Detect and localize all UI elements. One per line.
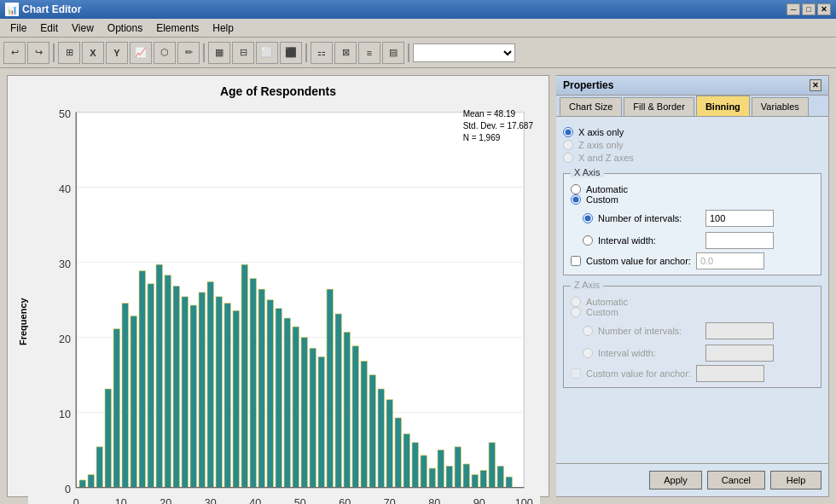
- svg-rect-52: [310, 348, 316, 487]
- svg-rect-59: [369, 375, 376, 488]
- close-button[interactable]: ✕: [817, 3, 831, 15]
- menu-bar: File Edit View Options Elements Help: [0, 19, 836, 38]
- window-controls[interactable]: ─ □ ✕: [787, 3, 831, 15]
- svg-rect-40: [207, 281, 214, 487]
- z-custom-anchor-row: Custom value for anchor:: [571, 365, 814, 382]
- svg-rect-32: [139, 271, 146, 488]
- interval-width-input[interactable]: [705, 232, 774, 249]
- custom-anchor-checkbox[interactable]: [571, 256, 581, 266]
- svg-rect-68: [446, 466, 453, 488]
- x-custom-radio[interactable]: [571, 194, 581, 205]
- list-button[interactable]: ≡: [358, 42, 380, 64]
- z-custom-radio[interactable]: [571, 307, 581, 317]
- properties-close-button[interactable]: ✕: [810, 79, 821, 91]
- minimize-button[interactable]: ─: [787, 3, 800, 15]
- fill-button[interactable]: ⬛: [280, 42, 302, 64]
- select-button[interactable]: ⊞: [58, 42, 80, 64]
- tab-chart-size[interactable]: Chart Size: [560, 97, 622, 116]
- svg-rect-69: [455, 447, 462, 488]
- redo-button[interactable]: ↪: [27, 42, 49, 64]
- y-axis-button[interactable]: Y: [106, 42, 128, 64]
- x-automatic-label: Automatic: [586, 184, 628, 194]
- svg-rect-25: [79, 480, 86, 488]
- svg-rect-37: [182, 297, 189, 488]
- z-num-intervals-input[interactable]: [705, 322, 774, 339]
- z-axis-group-box: Z Axis Automatic Custom Number of interv…: [563, 286, 821, 388]
- svg-rect-30: [122, 303, 129, 487]
- pattern-button[interactable]: ⬡: [154, 42, 176, 64]
- stat-stddev: Std. Dev. = 17.687: [463, 120, 533, 132]
- bar-button[interactable]: ▤: [382, 42, 404, 64]
- svg-text:30: 30: [59, 258, 71, 270]
- num-intervals-row: Number of intervals:: [571, 210, 814, 227]
- menu-file[interactable]: File: [3, 20, 33, 36]
- menu-options[interactable]: Options: [101, 20, 149, 36]
- x-and-z-axes-row: X and Z axes: [563, 153, 821, 163]
- toolbar-dropdown[interactable]: [413, 43, 515, 62]
- help-button[interactable]: Help: [770, 471, 821, 490]
- tab-binning[interactable]: Binning: [696, 96, 750, 116]
- interval-width-label: Interval width:: [598, 235, 700, 246]
- menu-edit[interactable]: Edit: [33, 20, 65, 36]
- z-custom-label: Custom: [586, 307, 618, 317]
- x-axis-button[interactable]: X: [82, 42, 104, 64]
- svg-rect-74: [497, 466, 504, 488]
- z-custom-anchor-input[interactable]: [696, 365, 764, 382]
- edit-button[interactable]: ✏: [177, 42, 200, 64]
- properties-title: Properties: [563, 79, 613, 91]
- toolbar-separator-1: [53, 43, 55, 62]
- grid-button[interactable]: ▦: [208, 42, 230, 64]
- svg-text:60: 60: [339, 497, 351, 504]
- num-intervals-input[interactable]: [705, 210, 774, 227]
- menu-help[interactable]: Help: [206, 20, 241, 36]
- custom-anchor-label: Custom value for anchor:: [586, 256, 691, 266]
- z-num-intervals-label: Number of intervals:: [598, 326, 700, 336]
- menu-view[interactable]: View: [65, 20, 101, 36]
- app-icon: 📊: [5, 3, 19, 16]
- z-interval-width-radio[interactable]: [583, 348, 593, 358]
- table-button[interactable]: ⚏: [311, 42, 333, 64]
- x-and-z-axes-radio[interactable]: [563, 153, 573, 163]
- maximize-button[interactable]: □: [802, 3, 816, 15]
- svg-text:0: 0: [65, 484, 71, 495]
- svg-rect-73: [489, 443, 496, 488]
- cancel-button[interactable]: Cancel: [707, 471, 765, 490]
- x-automatic-radio[interactable]: [571, 184, 581, 194]
- z-num-intervals-radio[interactable]: [583, 326, 593, 336]
- svg-rect-38: [190, 305, 197, 488]
- svg-rect-33: [148, 284, 154, 488]
- x-axis-only-radio[interactable]: [563, 127, 573, 137]
- svg-rect-75: [506, 477, 513, 488]
- z-custom-anchor-checkbox[interactable]: [571, 368, 581, 379]
- svg-rect-61: [386, 400, 393, 488]
- menu-elements[interactable]: Elements: [149, 20, 206, 36]
- toolbar-separator-4: [408, 43, 409, 62]
- interval-width-row: Interval width:: [571, 232, 814, 249]
- tab-fill-border[interactable]: Fill & Border: [624, 97, 694, 116]
- svg-rect-71: [472, 475, 479, 488]
- frame-button[interactable]: ⬜: [256, 42, 278, 64]
- undo-button[interactable]: ↩: [3, 42, 26, 64]
- svg-rect-27: [96, 447, 103, 488]
- matrix-button[interactable]: ⊠: [334, 42, 357, 64]
- apply-button[interactable]: Apply: [649, 471, 702, 490]
- svg-rect-53: [318, 356, 325, 487]
- svg-rect-26: [88, 475, 95, 488]
- custom-anchor-input[interactable]: [696, 252, 764, 269]
- z-interval-width-input[interactable]: [705, 345, 774, 362]
- svg-rect-46: [258, 289, 265, 488]
- svg-rect-43: [233, 310, 240, 487]
- interval-width-radio[interactable]: [583, 235, 593, 246]
- chart-type-button[interactable]: 📈: [130, 42, 152, 64]
- svg-rect-45: [250, 278, 257, 487]
- z-automatic-row: Automatic: [571, 297, 814, 307]
- toolbar-separator-3: [305, 43, 307, 62]
- chart-inner: Frequency Mean = 48.19 Std. Dev. = 17.68…: [16, 101, 540, 504]
- tab-variables[interactable]: Variables: [752, 97, 809, 116]
- num-intervals-radio[interactable]: [583, 213, 593, 223]
- z-axis-only-radio[interactable]: [563, 140, 573, 150]
- z-automatic-radio[interactable]: [571, 297, 581, 307]
- x-automatic-row: Automatic: [571, 184, 814, 194]
- border-button[interactable]: ⊟: [232, 42, 254, 64]
- toolbar-separator-2: [203, 43, 205, 62]
